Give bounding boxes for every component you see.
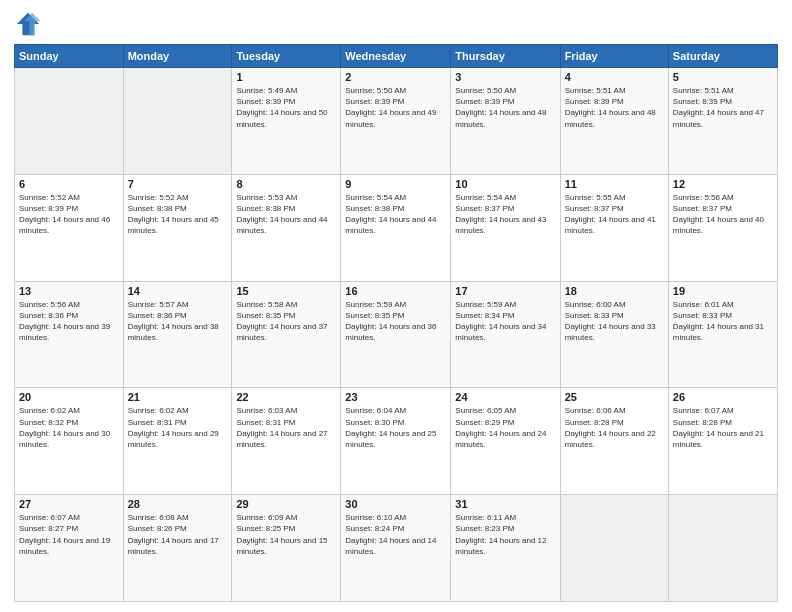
day-cell: 26Sunrise: 6:07 AM Sunset: 8:28 PM Dayli… — [668, 388, 777, 495]
day-cell: 17Sunrise: 5:59 AM Sunset: 8:34 PM Dayli… — [451, 281, 560, 388]
day-info: Sunrise: 6:07 AM Sunset: 8:27 PM Dayligh… — [19, 512, 119, 557]
col-header-thursday: Thursday — [451, 45, 560, 68]
svg-marker-0 — [17, 13, 39, 35]
day-cell — [668, 495, 777, 602]
day-number: 2 — [345, 71, 446, 83]
calendar-body: 1Sunrise: 5:49 AM Sunset: 8:39 PM Daylig… — [15, 68, 778, 602]
day-info: Sunrise: 6:05 AM Sunset: 8:29 PM Dayligh… — [455, 405, 555, 450]
calendar: SundayMondayTuesdayWednesdayThursdayFrid… — [14, 44, 778, 602]
day-info: Sunrise: 5:49 AM Sunset: 8:39 PM Dayligh… — [236, 85, 336, 130]
day-cell: 3Sunrise: 5:50 AM Sunset: 8:39 PM Daylig… — [451, 68, 560, 175]
day-cell: 2Sunrise: 5:50 AM Sunset: 8:39 PM Daylig… — [341, 68, 451, 175]
day-info: Sunrise: 6:00 AM Sunset: 8:33 PM Dayligh… — [565, 299, 664, 344]
day-number: 28 — [128, 498, 228, 510]
day-info: Sunrise: 5:55 AM Sunset: 8:37 PM Dayligh… — [565, 192, 664, 237]
day-info: Sunrise: 5:57 AM Sunset: 8:36 PM Dayligh… — [128, 299, 228, 344]
day-number: 1 — [236, 71, 336, 83]
day-info: Sunrise: 5:56 AM Sunset: 8:37 PM Dayligh… — [673, 192, 773, 237]
day-cell: 27Sunrise: 6:07 AM Sunset: 8:27 PM Dayli… — [15, 495, 124, 602]
day-cell: 15Sunrise: 5:58 AM Sunset: 8:35 PM Dayli… — [232, 281, 341, 388]
header — [14, 10, 778, 38]
day-cell: 13Sunrise: 5:56 AM Sunset: 8:36 PM Dayli… — [15, 281, 124, 388]
page: SundayMondayTuesdayWednesdayThursdayFrid… — [0, 0, 792, 612]
col-header-friday: Friday — [560, 45, 668, 68]
day-number: 15 — [236, 285, 336, 297]
day-number: 23 — [345, 391, 446, 403]
day-info: Sunrise: 6:10 AM Sunset: 8:24 PM Dayligh… — [345, 512, 446, 557]
day-number: 16 — [345, 285, 446, 297]
day-cell: 5Sunrise: 5:51 AM Sunset: 8:39 PM Daylig… — [668, 68, 777, 175]
week-row-5: 27Sunrise: 6:07 AM Sunset: 8:27 PM Dayli… — [15, 495, 778, 602]
day-cell: 29Sunrise: 6:09 AM Sunset: 8:25 PM Dayli… — [232, 495, 341, 602]
day-number: 29 — [236, 498, 336, 510]
day-info: Sunrise: 6:02 AM Sunset: 8:31 PM Dayligh… — [128, 405, 228, 450]
day-info: Sunrise: 6:08 AM Sunset: 8:26 PM Dayligh… — [128, 512, 228, 557]
day-cell: 18Sunrise: 6:00 AM Sunset: 8:33 PM Dayli… — [560, 281, 668, 388]
day-info: Sunrise: 6:09 AM Sunset: 8:25 PM Dayligh… — [236, 512, 336, 557]
col-header-monday: Monday — [123, 45, 232, 68]
day-number: 9 — [345, 178, 446, 190]
day-cell: 23Sunrise: 6:04 AM Sunset: 8:30 PM Dayli… — [341, 388, 451, 495]
day-number: 24 — [455, 391, 555, 403]
day-info: Sunrise: 6:06 AM Sunset: 8:28 PM Dayligh… — [565, 405, 664, 450]
day-cell — [123, 68, 232, 175]
day-number: 20 — [19, 391, 119, 403]
day-info: Sunrise: 5:54 AM Sunset: 8:37 PM Dayligh… — [455, 192, 555, 237]
day-info: Sunrise: 6:07 AM Sunset: 8:28 PM Dayligh… — [673, 405, 773, 450]
day-cell: 6Sunrise: 5:52 AM Sunset: 8:39 PM Daylig… — [15, 174, 124, 281]
day-number: 4 — [565, 71, 664, 83]
logo-icon — [14, 10, 42, 38]
day-info: Sunrise: 5:53 AM Sunset: 8:38 PM Dayligh… — [236, 192, 336, 237]
day-cell: 10Sunrise: 5:54 AM Sunset: 8:37 PM Dayli… — [451, 174, 560, 281]
col-header-saturday: Saturday — [668, 45, 777, 68]
day-info: Sunrise: 6:01 AM Sunset: 8:33 PM Dayligh… — [673, 299, 773, 344]
day-info: Sunrise: 6:11 AM Sunset: 8:23 PM Dayligh… — [455, 512, 555, 557]
day-number: 21 — [128, 391, 228, 403]
day-number: 12 — [673, 178, 773, 190]
day-info: Sunrise: 5:59 AM Sunset: 8:35 PM Dayligh… — [345, 299, 446, 344]
day-cell: 12Sunrise: 5:56 AM Sunset: 8:37 PM Dayli… — [668, 174, 777, 281]
day-number: 7 — [128, 178, 228, 190]
day-cell — [15, 68, 124, 175]
day-info: Sunrise: 5:52 AM Sunset: 8:38 PM Dayligh… — [128, 192, 228, 237]
day-number: 25 — [565, 391, 664, 403]
day-cell: 1Sunrise: 5:49 AM Sunset: 8:39 PM Daylig… — [232, 68, 341, 175]
day-number: 6 — [19, 178, 119, 190]
day-number: 22 — [236, 391, 336, 403]
day-number: 31 — [455, 498, 555, 510]
day-info: Sunrise: 6:04 AM Sunset: 8:30 PM Dayligh… — [345, 405, 446, 450]
logo — [14, 10, 46, 38]
day-number: 18 — [565, 285, 664, 297]
day-number: 8 — [236, 178, 336, 190]
day-number: 10 — [455, 178, 555, 190]
col-header-sunday: Sunday — [15, 45, 124, 68]
week-row-1: 1Sunrise: 5:49 AM Sunset: 8:39 PM Daylig… — [15, 68, 778, 175]
day-number: 17 — [455, 285, 555, 297]
day-number: 3 — [455, 71, 555, 83]
day-cell: 25Sunrise: 6:06 AM Sunset: 8:28 PM Dayli… — [560, 388, 668, 495]
day-cell: 4Sunrise: 5:51 AM Sunset: 8:39 PM Daylig… — [560, 68, 668, 175]
day-cell: 30Sunrise: 6:10 AM Sunset: 8:24 PM Dayli… — [341, 495, 451, 602]
day-cell: 28Sunrise: 6:08 AM Sunset: 8:26 PM Dayli… — [123, 495, 232, 602]
day-info: Sunrise: 5:59 AM Sunset: 8:34 PM Dayligh… — [455, 299, 555, 344]
day-cell: 11Sunrise: 5:55 AM Sunset: 8:37 PM Dayli… — [560, 174, 668, 281]
day-number: 26 — [673, 391, 773, 403]
day-info: Sunrise: 5:51 AM Sunset: 8:39 PM Dayligh… — [565, 85, 664, 130]
day-info: Sunrise: 5:50 AM Sunset: 8:39 PM Dayligh… — [345, 85, 446, 130]
day-cell: 7Sunrise: 5:52 AM Sunset: 8:38 PM Daylig… — [123, 174, 232, 281]
calendar-header: SundayMondayTuesdayWednesdayThursdayFrid… — [15, 45, 778, 68]
day-cell: 8Sunrise: 5:53 AM Sunset: 8:38 PM Daylig… — [232, 174, 341, 281]
day-cell: 21Sunrise: 6:02 AM Sunset: 8:31 PM Dayli… — [123, 388, 232, 495]
day-info: Sunrise: 6:03 AM Sunset: 8:31 PM Dayligh… — [236, 405, 336, 450]
day-cell: 20Sunrise: 6:02 AM Sunset: 8:32 PM Dayli… — [15, 388, 124, 495]
day-number: 27 — [19, 498, 119, 510]
day-info: Sunrise: 5:56 AM Sunset: 8:36 PM Dayligh… — [19, 299, 119, 344]
col-header-tuesday: Tuesday — [232, 45, 341, 68]
day-cell: 19Sunrise: 6:01 AM Sunset: 8:33 PM Dayli… — [668, 281, 777, 388]
day-number: 5 — [673, 71, 773, 83]
day-info: Sunrise: 5:51 AM Sunset: 8:39 PM Dayligh… — [673, 85, 773, 130]
day-number: 30 — [345, 498, 446, 510]
day-number: 13 — [19, 285, 119, 297]
day-info: Sunrise: 5:52 AM Sunset: 8:39 PM Dayligh… — [19, 192, 119, 237]
day-info: Sunrise: 5:54 AM Sunset: 8:38 PM Dayligh… — [345, 192, 446, 237]
